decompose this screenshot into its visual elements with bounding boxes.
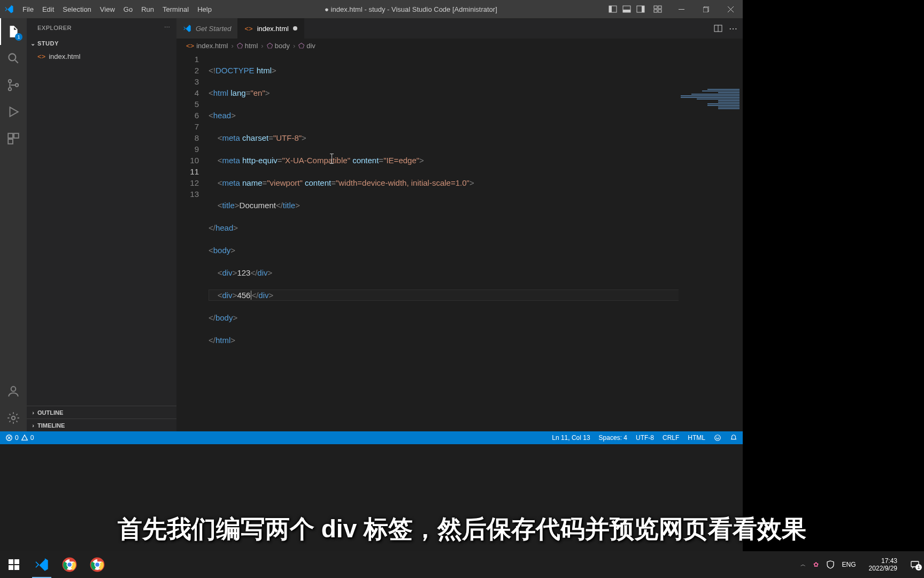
tray-overflow-icon[interactable]: ︿	[800, 561, 806, 568]
activity-explorer[interactable]: 1	[0, 18, 27, 45]
tray-time: 17:43	[869, 557, 897, 565]
svg-rect-30	[14, 565, 19, 570]
taskbar-chrome-1[interactable]	[56, 551, 83, 578]
vscode-logo-icon	[0, 4, 18, 14]
notification-count: 1	[915, 564, 922, 571]
breadcrumb-label: index.html	[196, 42, 228, 50]
menu-selection[interactable]: Selection	[58, 0, 95, 18]
chevron-right-icon: ›	[29, 422, 37, 429]
customize-layout-icon[interactable]	[651, 0, 665, 18]
activity-source-control[interactable]	[0, 72, 27, 98]
svg-rect-5	[642, 6, 644, 12]
sidebar-title: EXPLORER	[37, 25, 72, 31]
symbol-icon: ⬠	[237, 42, 243, 50]
svg-point-20	[12, 416, 16, 420]
windows-logo-icon	[9, 559, 19, 570]
toggle-panel-icon[interactable]	[620, 0, 634, 18]
status-cursor-position[interactable]: Ln 11, Col 13	[552, 434, 590, 442]
svg-rect-29	[9, 565, 13, 570]
chrome-icon	[62, 557, 77, 572]
activity-search[interactable]	[0, 45, 27, 72]
sidebar-more-icon[interactable]: ⋯	[164, 24, 171, 31]
status-errors[interactable]: 0 0	[5, 434, 34, 442]
svg-point-26	[718, 437, 719, 437]
windows-taskbar: ︿ ✿ ENG 17:43 2022/9/29 1	[0, 551, 924, 578]
video-subtitle: 首先我们编写两个 div 标签，然后保存代码并预览网页看看效果	[0, 513, 924, 546]
window-title: ● index.html - study - Visual Studio Cod…	[216, 5, 606, 13]
html-file-icon: <>	[186, 42, 194, 50]
svg-rect-11	[703, 7, 708, 12]
menu-terminal[interactable]: Terminal	[158, 0, 193, 18]
svg-rect-10	[679, 9, 684, 10]
tray-date: 2022/9/29	[869, 565, 897, 572]
file-name: index.html	[49, 52, 80, 60]
tab-get-started[interactable]: Get Started	[176, 18, 238, 39]
tab-index-html[interactable]: <> index.html	[238, 18, 304, 39]
vscode-window: File Edit Selection View Go Run Terminal…	[0, 0, 743, 444]
svg-rect-8	[654, 10, 657, 12]
outline-panel[interactable]: › OUTLINE	[27, 406, 176, 419]
svg-rect-16	[8, 133, 13, 138]
minimap[interactable]	[679, 87, 743, 431]
tray-app-icon[interactable]: ✿	[813, 561, 819, 568]
breadcrumb-div[interactable]: ⬠div	[298, 42, 315, 50]
breadcrumb-html[interactable]: ⬠html	[237, 42, 258, 50]
menu-run[interactable]: Run	[137, 0, 158, 18]
status-bar: 0 0 Ln 11, Col 13 Spaces: 4 UTF-8 CRLF H…	[0, 431, 743, 444]
close-button[interactable]	[718, 0, 743, 18]
toggle-secondary-sidebar-icon[interactable]	[634, 0, 648, 18]
svg-rect-7	[658, 6, 661, 9]
split-editor-icon[interactable]	[714, 24, 722, 33]
breadcrumb-body[interactable]: ⬠body	[267, 42, 290, 50]
minimize-button[interactable]	[669, 0, 694, 18]
svg-point-12	[9, 54, 16, 60]
tray-ime-language[interactable]: ENG	[842, 561, 856, 568]
activity-run-debug[interactable]	[0, 98, 27, 125]
activity-accounts[interactable]	[0, 378, 27, 405]
timeline-label: TIMELINE	[37, 422, 65, 429]
taskbar-chrome-2[interactable]	[83, 551, 111, 578]
editor-group: Get Started <> index.html ⋯ <>index.html…	[176, 18, 743, 431]
more-actions-icon[interactable]: ⋯	[729, 24, 737, 34]
status-notifications-icon[interactable]	[730, 434, 737, 442]
menu-file[interactable]: File	[18, 0, 38, 18]
taskbar-vscode[interactable]	[28, 551, 56, 578]
menu-view[interactable]: View	[96, 0, 119, 18]
svg-rect-18	[8, 139, 13, 144]
toggle-primary-sidebar-icon[interactable]	[606, 0, 620, 18]
vscode-icon	[34, 557, 49, 572]
folder-header[interactable]: ⌄ STUDY	[27, 37, 176, 50]
menu-help[interactable]: Help	[193, 0, 216, 18]
tray-clock[interactable]: 17:43 2022/9/29	[864, 557, 903, 572]
status-eol[interactable]: CRLF	[663, 434, 679, 442]
status-feedback-icon[interactable]	[714, 434, 721, 442]
symbol-icon: ⬠	[298, 42, 304, 50]
tab-label: index.html	[257, 25, 289, 33]
tab-label: Get Started	[196, 25, 231, 33]
status-indentation[interactable]: Spaces: 4	[599, 434, 627, 442]
outline-label: OUTLINE	[37, 409, 63, 416]
menu-go[interactable]: Go	[119, 0, 137, 18]
chrome-icon	[90, 557, 105, 572]
status-encoding[interactable]: UTF-8	[636, 434, 654, 442]
breadcrumb-file[interactable]: <>index.html	[186, 42, 228, 50]
symbol-icon: ⬠	[267, 42, 273, 50]
breadcrumb-separator-icon: ›	[261, 42, 263, 50]
tray-security-icon[interactable]	[826, 560, 835, 569]
menu-bar: File Edit Selection View Go Run Terminal…	[18, 0, 216, 18]
html-file-icon: <>	[37, 52, 45, 60]
vscode-icon	[183, 24, 191, 33]
file-item-index-html[interactable]: <> index.html	[27, 50, 176, 63]
status-language[interactable]: HTML	[688, 434, 705, 442]
code-content[interactable]: <!DOCTYPE html> <html lang="en"> <head> …	[209, 52, 743, 431]
sidebar-explorer: EXPLORER ⋯ ⌄ STUDY <> index.html › OUTLI…	[27, 18, 176, 431]
start-button[interactable]	[0, 551, 28, 578]
maximize-button[interactable]	[694, 0, 718, 18]
timeline-panel[interactable]: › TIMELINE	[27, 419, 176, 431]
code-editor[interactable]: 12345678910111213 <!DOCTYPE html> <html …	[176, 52, 743, 431]
warning-icon	[21, 434, 28, 442]
activity-extensions[interactable]	[0, 125, 27, 152]
activity-settings[interactable]	[0, 405, 27, 431]
tray-notifications[interactable]: 1	[910, 560, 920, 569]
menu-edit[interactable]: Edit	[38, 0, 58, 18]
